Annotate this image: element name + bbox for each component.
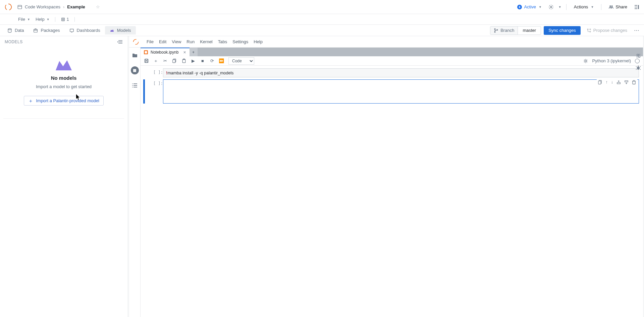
duplicate-cell-icon[interactable] <box>598 80 602 84</box>
svg-line-61 <box>640 69 641 70</box>
code-cell[interactable]: [ ]: !mamba install -y -q palantir_model… <box>143 68 639 77</box>
jupyter-menu-run[interactable]: Run <box>186 39 195 44</box>
cell-code[interactable]: ↑ ↓ <box>163 79 639 104</box>
jupyter-menu-tabs[interactable]: Tabs <box>218 39 227 44</box>
import-model-button[interactable]: ＋ Import a Palantir-provided model <box>24 96 104 106</box>
chevron-right-icon: › <box>63 4 64 9</box>
file-menu[interactable]: File▼ <box>18 17 30 22</box>
chip-icon <box>61 17 65 22</box>
propose-icon <box>587 28 591 33</box>
svg-rect-48 <box>625 80 628 82</box>
help-menu[interactable]: Help▼ <box>36 17 50 22</box>
breadcrumb-current[interactable]: Example <box>67 4 85 9</box>
stop-icon[interactable]: ■ <box>200 59 205 63</box>
insert-above-icon[interactable] <box>616 80 621 84</box>
left-section-title: MODELS <box>5 40 23 44</box>
restart-icon[interactable]: ⟳ <box>210 59 214 63</box>
toc-icon[interactable] <box>132 82 138 88</box>
svg-point-21 <box>590 29 591 30</box>
metadata-toggle-icon[interactable] <box>583 59 588 63</box>
svg-rect-34 <box>145 51 147 54</box>
move-up-icon[interactable]: ↑ <box>606 80 608 84</box>
svg-point-22 <box>590 31 591 32</box>
run-icon[interactable]: ▶ <box>191 59 196 63</box>
cell-type-select[interactable]: Code <box>228 57 254 65</box>
svg-rect-39 <box>172 60 175 63</box>
jupyter-menu-edit[interactable]: Edit <box>159 39 166 44</box>
tab-dashboards[interactable]: Dashboards <box>65 25 105 36</box>
code-cell[interactable]: [ ]: ↑ ↓ <box>143 79 639 104</box>
insert-below-icon[interactable] <box>624 80 629 84</box>
jupyter-menu-kernel[interactable]: Kernel <box>200 39 213 44</box>
share-button[interactable]: Share <box>606 3 630 11</box>
sync-changes-button[interactable]: Sync changes <box>544 26 581 35</box>
panel-toggle-icon[interactable] <box>633 4 640 10</box>
package-icon <box>33 28 38 33</box>
svg-point-6 <box>611 5 613 7</box>
more-menu-icon[interactable]: ⋯ <box>633 27 640 34</box>
save-icon[interactable] <box>144 59 149 63</box>
branch-icon <box>494 28 498 33</box>
notebook-icon <box>144 50 148 54</box>
breadcrumb-root[interactable]: Code Workspaces <box>25 4 60 9</box>
star-icon[interactable]: ☆ <box>96 4 100 9</box>
status-active[interactable]: Active▼ <box>515 3 544 11</box>
plus-icon: ＋ <box>28 98 33 103</box>
collapse-panel-icon[interactable] <box>117 40 123 44</box>
model-empty-icon <box>54 57 73 72</box>
file-browser-icon[interactable] <box>132 52 138 58</box>
lightning-icon <box>517 5 522 9</box>
dashboard-icon <box>69 28 74 33</box>
svg-point-13 <box>8 28 11 30</box>
svg-point-30 <box>132 83 133 84</box>
svg-point-5 <box>610 5 611 7</box>
property-inspector-icon[interactable] <box>636 53 641 58</box>
cell-code[interactable]: !mamba install -y -q palantir_models <box>163 68 639 77</box>
branch-selector[interactable]: Branch master <box>490 26 541 35</box>
svg-rect-10 <box>638 5 639 9</box>
debugger-icon[interactable] <box>636 65 641 70</box>
svg-point-18 <box>494 31 495 32</box>
app-logo[interactable] <box>4 3 13 11</box>
cut-icon[interactable]: ✂ <box>163 59 167 63</box>
cell-prompt: [ ]: <box>148 68 163 75</box>
paste-icon[interactable] <box>181 59 186 63</box>
svg-rect-14 <box>34 29 38 32</box>
workspace-icon <box>17 5 22 9</box>
compute-indicator[interactable]: 1 <box>61 17 69 22</box>
jupyter-menu-help[interactable]: Help <box>254 39 263 44</box>
svg-point-4 <box>550 6 552 8</box>
tab-models[interactable]: Models <box>105 26 136 35</box>
move-down-icon[interactable]: ↓ <box>611 80 613 84</box>
tab-data[interactable]: Data <box>3 25 29 36</box>
actions-menu[interactable]: Actions▼ <box>571 3 597 11</box>
svg-line-60 <box>636 69 637 70</box>
branch-value: master <box>518 28 541 33</box>
copy-icon[interactable] <box>172 59 177 63</box>
add-cell-icon[interactable]: ＋ <box>153 59 158 63</box>
jupyter-menu-view[interactable]: View <box>172 39 181 44</box>
tab-packages[interactable]: Packages <box>29 25 64 36</box>
running-icon[interactable] <box>131 66 139 74</box>
cell-prompt: [ ]: <box>148 79 163 86</box>
notebook-tab[interactable]: Notebook.ipynb × <box>141 48 190 56</box>
empty-title: No models <box>51 75 77 81</box>
run-all-icon[interactable]: ⏩ <box>219 59 224 63</box>
model-icon <box>110 28 114 33</box>
settings-gear-icon[interactable] <box>548 4 554 10</box>
people-icon <box>609 5 613 9</box>
close-tab-icon[interactable]: × <box>183 50 186 55</box>
jupyter-menu-file[interactable]: File <box>147 39 154 44</box>
svg-rect-12 <box>62 19 64 20</box>
add-tab-button[interactable]: + <box>190 48 198 56</box>
notebook-tab-label: Notebook.ipynb <box>151 50 178 55</box>
svg-point-32 <box>132 87 133 87</box>
kernel-name[interactable]: Python 3 (ipykernel) <box>592 58 631 63</box>
jupyter-menu-settings[interactable]: Settings <box>232 39 248 44</box>
svg-rect-11 <box>61 18 64 21</box>
svg-rect-44 <box>598 81 600 84</box>
svg-point-54 <box>637 54 639 56</box>
svg-point-55 <box>639 56 640 58</box>
empty-subtitle: Import a model to get started <box>36 84 92 89</box>
svg-point-42 <box>585 60 587 62</box>
